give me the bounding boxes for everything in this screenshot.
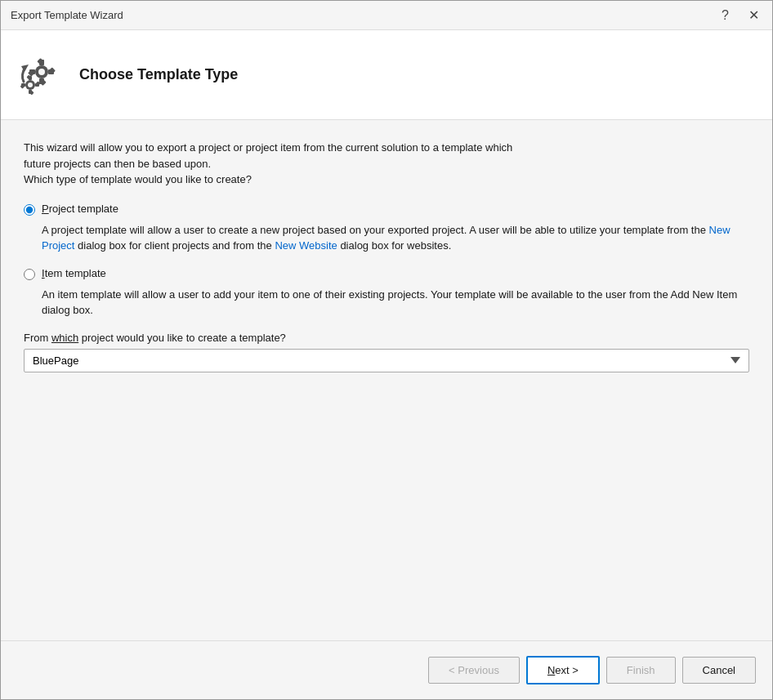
help-button[interactable]: ? (718, 9, 732, 22)
next-button[interactable]: Next > (526, 656, 600, 684)
footer-section: < Previous Next > Finish Cancel (1, 640, 772, 699)
close-button[interactable]: ✕ (745, 9, 762, 22)
item-template-radio[interactable] (24, 269, 35, 280)
header-section: Choose Template Type (1, 30, 772, 120)
project-template-radio[interactable] (24, 204, 35, 216)
content-section: This wizard will allow you to export a p… (1, 120, 772, 640)
finish-button[interactable]: Finish (606, 657, 676, 684)
new-project-link: New Project (42, 224, 731, 252)
description-text: This wizard will allow you to export a p… (24, 140, 749, 188)
project-dropdown[interactable]: BluePage (24, 349, 749, 372)
title-bar-controls: ? ✕ (718, 9, 762, 22)
project-template-description: A project template will allow a user to … (42, 222, 749, 254)
item-template-option: Item template (24, 267, 749, 280)
svg-point-1 (38, 69, 45, 75)
project-template-label[interactable]: Project template (42, 203, 118, 215)
title-bar: Export Template Wizard ? ✕ (1, 1, 772, 30)
header-title: Choose Template Type (79, 66, 238, 83)
item-template-description: An item template will allow a user to ad… (42, 287, 749, 319)
wizard-icon (17, 51, 66, 100)
cancel-button[interactable]: Cancel (682, 657, 756, 684)
window-title: Export Template Wizard (11, 9, 123, 21)
project-select-label: From which project would you like to cre… (24, 332, 749, 344)
previous-button[interactable]: < Previous (428, 657, 520, 684)
description-line1: This wizard will allow you to export a p… (24, 141, 512, 154)
item-template-label[interactable]: Item template (42, 267, 106, 279)
new-website-link: New Website (275, 239, 337, 252)
description-line2: future projects can then be based upon. (24, 158, 211, 170)
question-text: Which type of template would you like to… (24, 173, 252, 185)
svg-point-11 (28, 82, 33, 87)
export-template-wizard: Export Template Wizard ? ✕ (0, 0, 773, 700)
title-bar-left: Export Template Wizard (11, 9, 123, 21)
project-template-option: Project template (24, 203, 749, 216)
